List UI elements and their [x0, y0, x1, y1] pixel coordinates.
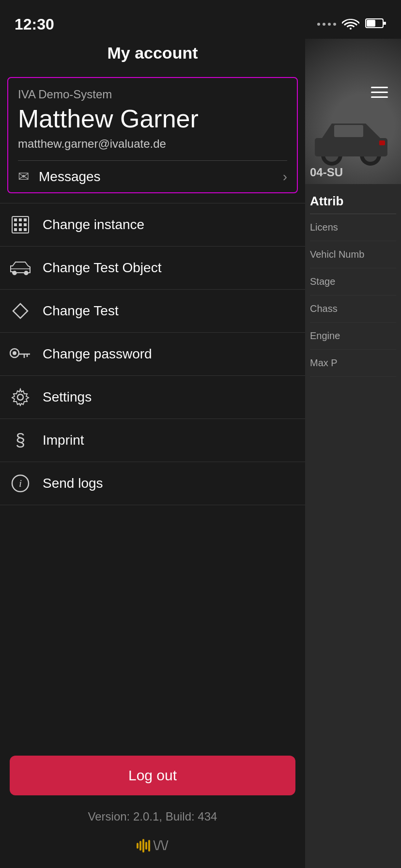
key-icon — [10, 343, 31, 365]
menu-label-change-test-object: Change Test Object — [43, 260, 161, 276]
svg-rect-4 — [14, 218, 17, 221]
menu-label-send-logs: Send logs — [43, 476, 103, 491]
hamburger-line-1 — [371, 87, 388, 88]
svg-point-17 — [13, 351, 16, 355]
menu-label-change-instance: Change instance — [43, 217, 144, 232]
battery-icon — [365, 17, 386, 31]
attrib-label-chassis: Chass — [310, 303, 396, 314]
right-panel: 04-SU Attrib Licens Vehicl Numb Stage Ch… — [305, 39, 401, 868]
svg-rect-6 — [24, 218, 27, 221]
menu-item-send-logs[interactable]: i Send logs — [0, 462, 305, 505]
wifi-icon — [342, 17, 359, 31]
main-layout: My account IVA Demo-System Matthew Garne… — [0, 39, 401, 868]
attrib-engine: Engine — [310, 323, 396, 350]
logout-section: Log out — [0, 741, 305, 800]
waveform-logo: \/\/ — [5, 838, 300, 853]
chevron-right-icon: › — [283, 169, 287, 185]
svg-rect-29 — [334, 125, 363, 137]
svg-rect-5 — [19, 218, 22, 221]
menu-item-change-instance[interactable]: Change instance — [0, 203, 305, 247]
hamburger-line-3 — [371, 96, 388, 98]
menu-item-change-test[interactable]: Change Test — [0, 290, 305, 333]
building-icon — [10, 214, 31, 235]
profile-system: IVA Demo-System — [18, 88, 287, 101]
svg-rect-12 — [24, 228, 27, 231]
car-silhouette — [308, 111, 395, 170]
messages-label: Messages — [39, 169, 101, 185]
logo-area: \/\/ — [0, 833, 305, 858]
car-image-area: 04-SU — [305, 39, 401, 184]
menu-item-imprint[interactable]: § Imprint — [0, 419, 305, 462]
menu-label-change-test: Change Test — [43, 303, 119, 319]
messages-icon: ✉ — [18, 169, 29, 185]
profile-card: IVA Demo-System Matthew Garner matthew.g… — [7, 77, 298, 193]
attributes-section: Attrib Licens Vehicl Numb Stage Chass En… — [305, 184, 401, 382]
wave-bar-4 — [145, 842, 147, 850]
menu-label-settings: Settings — [43, 389, 92, 405]
svg-rect-2 — [367, 20, 375, 27]
status-time: 12:30 — [15, 16, 54, 33]
left-panel: My account IVA Demo-System Matthew Garne… — [0, 39, 305, 868]
attrib-label-engine: Engine — [310, 330, 396, 341]
hamburger-menu-button[interactable] — [367, 82, 391, 102]
page-title: My account — [34, 44, 271, 62]
attrib-label-maxp: Max P — [310, 357, 396, 369]
car-label: 04-SU — [310, 166, 343, 179]
svg-rect-30 — [379, 140, 385, 145]
messages-row[interactable]: ✉ Messages › — [18, 160, 287, 192]
hamburger-line-2 — [371, 92, 388, 93]
attrib-stage: Stage — [310, 268, 396, 295]
logout-button[interactable]: Log out — [10, 756, 295, 795]
menu-list: Change instance Change Test Object — [0, 203, 305, 741]
wave-bar-1 — [137, 843, 139, 849]
attrib-label-stage: Stage — [310, 276, 396, 287]
attrib-label-vehicle: Vehicl Numb — [310, 249, 396, 260]
menu-item-change-test-object[interactable]: Change Test Object — [0, 247, 305, 290]
attrib-chassis: Chass — [310, 295, 396, 323]
menu-label-change-password: Change password — [43, 346, 152, 362]
profile-name: Matthew Garner — [18, 104, 287, 133]
svg-point-14 — [24, 271, 28, 275]
svg-rect-28 — [315, 138, 387, 156]
attrib-label-license: Licens — [310, 222, 396, 233]
svg-point-21 — [17, 394, 23, 400]
svg-rect-7 — [14, 223, 17, 226]
messages-left: ✉ Messages — [18, 169, 101, 185]
svg-rect-1 — [383, 22, 386, 25]
car-image — [305, 39, 401, 184]
menu-label-imprint: Imprint — [43, 433, 84, 448]
info-icon: i — [10, 473, 31, 494]
attributes-title: Attrib — [310, 189, 396, 214]
status-bar: 12:30 — [0, 0, 401, 39]
version-text: Version: 2.0.1, Build: 434 — [0, 800, 305, 833]
header: My account — [0, 39, 305, 72]
wave-bar-2 — [139, 841, 141, 851]
svg-rect-9 — [24, 223, 27, 226]
attrib-maxp: Max P — [310, 350, 396, 377]
profile-email: matthew.garner@ivaluate.de — [18, 137, 287, 151]
gear-icon — [10, 387, 31, 408]
svg-text:i: i — [19, 477, 22, 489]
attrib-vehicle: Vehicl Numb — [310, 241, 396, 268]
menu-item-settings[interactable]: Settings — [0, 376, 305, 419]
menu-item-change-password[interactable]: Change password — [0, 333, 305, 376]
attrib-license: Licens — [310, 214, 396, 241]
svg-rect-10 — [14, 228, 17, 231]
wave-bar-5 — [148, 840, 150, 852]
chevron-logo-icon: \/\/ — [153, 838, 168, 853]
paragraph-icon: § — [10, 430, 31, 451]
signal-icon — [317, 23, 336, 26]
svg-rect-8 — [19, 223, 22, 226]
status-icons — [317, 17, 386, 31]
svg-rect-11 — [19, 228, 22, 231]
diamond-icon — [10, 300, 31, 322]
svg-point-13 — [13, 271, 16, 275]
car-icon — [10, 257, 31, 279]
wave-bar-3 — [142, 839, 144, 852]
